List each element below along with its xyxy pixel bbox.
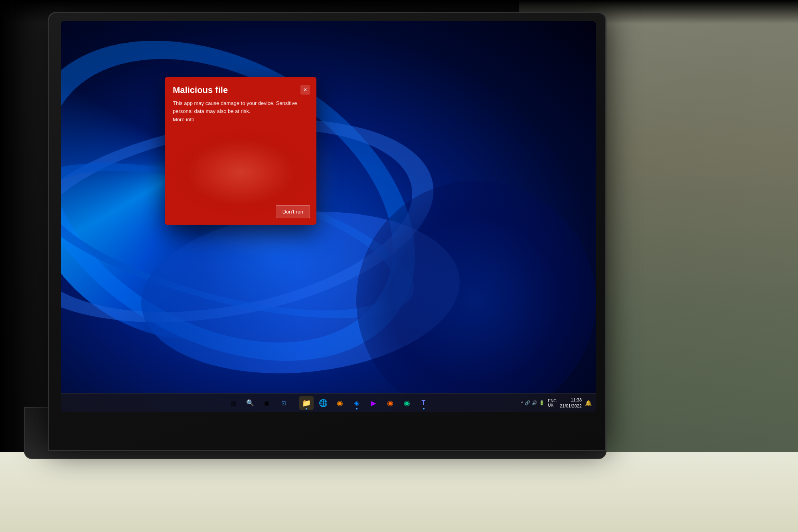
taskbar-app6-button[interactable]: ◉ [400,396,414,410]
teams-icon: T [422,399,426,407]
taskbar-edge-button[interactable]: 🌐 [316,396,330,410]
security-dialog: Malicious file ✕ This app may cause dama… [165,77,316,225]
dialog-body: This app may cause damage to your device… [165,99,316,127]
search-icon: 🔍 [246,399,254,407]
dialog-footer: Don't run [276,205,310,218]
dialog-close-button[interactable]: ✕ [300,85,310,95]
taskbar-teams-dot [423,408,425,409]
fileexplorer-icon: 📁 [302,399,311,407]
taskbar-app5-wrapper: ▶ [366,396,381,410]
chevron-up-icon[interactable]: ^ [521,401,523,405]
taskbar-app3-button[interactable]: ◉ [333,396,347,410]
dont-run-button[interactable]: Don't run [276,205,310,218]
widgets-icon: ⊡ [281,400,286,406]
dialog-description: This app may cause damage to your device… [173,100,297,114]
dialog-content-area [165,127,316,218]
taskbar-fileexplorer-wrapper: 📁 [299,396,314,410]
battery-icon[interactable]: 🔋 [539,400,545,405]
laptop-body: Malicious file ✕ This app may cause dama… [48,12,606,451]
taskbar-language[interactable]: ENGUK [548,399,557,407]
taskbar: ⊞ 🔍 ▣ [61,393,596,412]
taskbar-app6-wrapper: ◉ [400,396,414,410]
wallpaper-ribbon-6 [356,181,596,412]
taskbar-teams-wrapper: T [417,396,431,410]
taskbar-start-button[interactable]: ⊞ [226,396,241,410]
start-icon: ⊞ [230,399,236,407]
taskbar-taskview-button[interactable]: ▣ [260,396,274,410]
taskbar-fileexplorer-dot [306,408,307,409]
taskbar-time: 11:38 [560,397,582,403]
taskbar-time-display[interactable]: 11:38 21/01/2022 [560,397,582,409]
taskbar-date: 21/01/2022 [560,403,582,409]
taskbar-widgets-button[interactable]: ⊡ [277,396,291,410]
taskbar-taskview-wrapper: ▣ [260,396,274,410]
taskbar-firefox-wrapper: ◉ [383,396,397,410]
taskbar-firefox-button[interactable]: ◉ [383,396,397,410]
taskbar-app4-dot [356,408,358,409]
edge-icon: 🌐 [319,399,328,407]
taskbar-edge-wrapper: 🌐 [316,396,330,410]
app3-icon: ◉ [337,399,343,407]
dialog-more-info-link[interactable]: More info [173,117,308,123]
dialog-title: Malicious file [173,85,228,95]
firefox-icon: ◉ [387,399,393,407]
windows11-wallpaper [61,21,596,412]
taskbar-system-tray: ^ 🔗 🔊 🔋 ENGUK 11:38 21/01/2022 🔔 [521,397,592,409]
volume-icon[interactable]: 🔊 [532,400,537,405]
taskview-icon: ▣ [264,400,269,406]
windows-desktop: Malicious file ✕ This app may cause dama… [61,21,596,412]
taskbar-separator [295,398,295,408]
app6-icon: ◉ [404,399,410,407]
taskbar-app4-wrapper: ◈ [350,396,364,410]
notification-icon[interactable]: 🔔 [585,400,592,406]
taskbar-search-wrapper: 🔍 [243,396,257,410]
screen-bezel: Malicious file ✕ This app may cause dama… [61,21,596,412]
app5-icon: ▶ [371,399,376,407]
taskbar-app5-button[interactable]: ▶ [366,396,381,410]
taskbar-app3-wrapper: ◉ [333,396,347,410]
taskbar-start-wrapper: ⊞ [226,396,241,410]
taskbar-widgets-wrapper: ⊡ [277,396,291,410]
app4-icon: ◈ [354,399,359,407]
network-icon[interactable]: 🔗 [525,400,530,405]
taskbar-search-button[interactable]: 🔍 [243,396,257,410]
taskbar-sys-icons: ^ 🔗 🔊 🔋 [521,400,545,405]
taskbar-center-icons: ⊞ 🔍 ▣ [226,396,431,410]
dialog-header: Malicious file ✕ [165,77,316,99]
desk-surface [0,452,798,532]
